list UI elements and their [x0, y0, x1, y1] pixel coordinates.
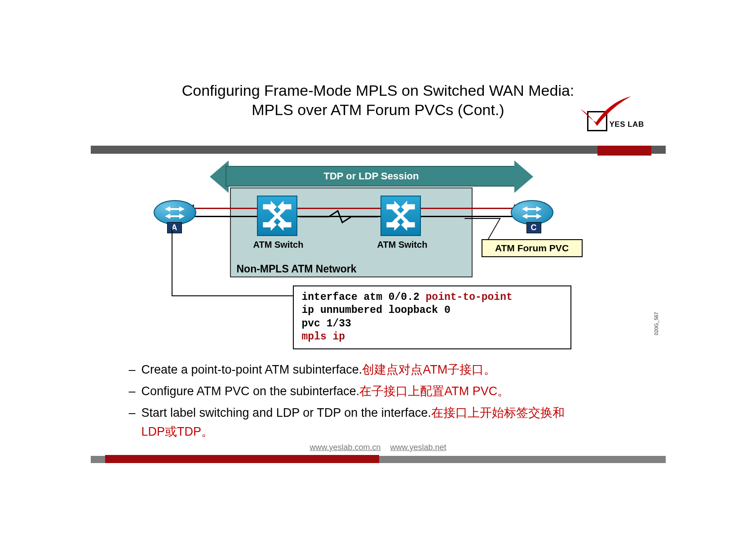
- network-label: Non-MPLS ATM Network: [237, 263, 357, 275]
- code-line-1: interface atm 0/0.2 point-to-point: [302, 291, 562, 304]
- network-diagram: TDP or LDP Session A C ATM Switch ATM Sw…: [122, 156, 571, 354]
- config-code-block: interface atm 0/0.2 point-to-point ip un…: [293, 285, 571, 349]
- session-arrow: TDP or LDP Session: [210, 160, 533, 192]
- footer-links: www.yeslab.com.cn www.yeslab.net: [91, 443, 666, 452]
- bullet-3: Start label switching and LDP or TDP on …: [129, 404, 587, 441]
- router-c-icon: [511, 200, 553, 225]
- atm-switch-1-icon: [257, 196, 297, 236]
- image-id: 020G_567: [654, 312, 659, 335]
- data-path-line: [190, 208, 517, 209]
- router-a-label: A: [167, 222, 182, 233]
- code-line-4: mpls ip: [302, 330, 562, 343]
- router-a-icon: [154, 200, 196, 225]
- title-line-1: Configuring Frame-Mode MPLS on Switched …: [182, 82, 575, 99]
- pvc-callout: ATM Forum PVC: [482, 239, 583, 257]
- router-c-label: C: [526, 222, 541, 233]
- atm-switch-2-icon: [380, 196, 421, 236]
- wan-link-icon: [300, 210, 378, 223]
- bullet-list: Create a point-to-point ATM subinterface…: [129, 361, 587, 444]
- title-line-2: MPLS over ATM Forum PVCs (Cont.): [252, 101, 504, 118]
- bullet-1: Create a point-to-point ATM subinterface…: [129, 361, 587, 379]
- logo-text: YES LAB: [610, 120, 644, 129]
- switch-2-label: ATM Switch: [377, 240, 428, 250]
- code-line-3: pvc 1/33: [302, 317, 562, 330]
- arrow-right-icon: [514, 160, 533, 193]
- footer-link-1[interactable]: www.yeslab.com.cn: [309, 443, 380, 452]
- bullet-2: Configure ATM PVC on the subinterface.在子…: [129, 382, 587, 401]
- yeslab-logo: YES LAB: [569, 95, 652, 140]
- switch-1-label: ATM Switch: [253, 240, 304, 250]
- session-label: TDP or LDP Session: [225, 166, 517, 187]
- code-line-2: ip unnumbered loopback 0: [302, 304, 562, 317]
- header-accent: [597, 146, 651, 156]
- header-bar: [91, 146, 666, 154]
- callout-code-line: [172, 228, 172, 295]
- callout-code-line-h: [172, 295, 293, 296]
- footer-link-2[interactable]: www.yeslab.net: [390, 443, 447, 452]
- footer-accent: [105, 455, 379, 463]
